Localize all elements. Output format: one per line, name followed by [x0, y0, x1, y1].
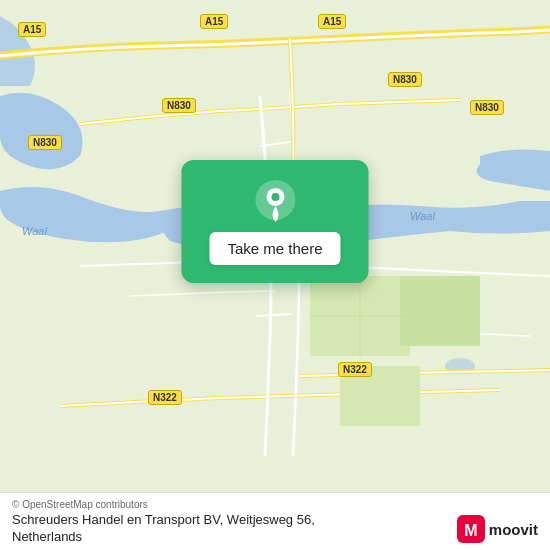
moovit-icon-svg: M — [457, 515, 485, 543]
popup-card: Take me there — [181, 160, 368, 283]
app: A15 A15 A15 N830 N830 N830 N830 N322 N32… — [0, 0, 550, 550]
location-country: Netherlands — [12, 529, 82, 544]
pin-icon — [253, 178, 297, 222]
svg-rect-5 — [400, 276, 480, 346]
road-label-a15-center: A15 — [200, 14, 228, 29]
location-row: Schreuders Handel en Transport BV, Weitj… — [12, 512, 538, 546]
road-label-a15-right: A15 — [318, 14, 346, 29]
location-text: Schreuders Handel en Transport BV, Weitj… — [12, 512, 315, 546]
svg-text:M: M — [464, 522, 477, 539]
svg-point-10 — [271, 193, 279, 201]
road-label-n830-right: N830 — [388, 72, 422, 87]
water-label-waal-right: Waal — [410, 210, 435, 222]
road-label-n830-center: N830 — [162, 98, 196, 113]
footer: © OpenStreetMap contributors Schreuders … — [0, 492, 550, 550]
attribution-text: © OpenStreetMap contributors — [12, 499, 148, 510]
take-me-there-button[interactable]: Take me there — [209, 232, 340, 265]
road-label-n830-far-right: N830 — [470, 100, 504, 115]
location-name: Schreuders Handel en Transport BV, Weitj… — [12, 512, 315, 527]
road-label-n830-left: N830 — [28, 135, 62, 150]
road-label-a15-left: A15 — [18, 22, 46, 37]
water-label-waal-left: Waal — [22, 225, 47, 237]
road-label-n322-left: N322 — [148, 390, 182, 405]
moovit-name: moovit — [489, 521, 538, 538]
road-label-n322-right: N322 — [338, 362, 372, 377]
attribution: © OpenStreetMap contributors — [12, 499, 538, 510]
map-container: A15 A15 A15 N830 N830 N830 N830 N322 N32… — [0, 0, 550, 492]
moovit-logo: M moovit — [457, 515, 538, 543]
